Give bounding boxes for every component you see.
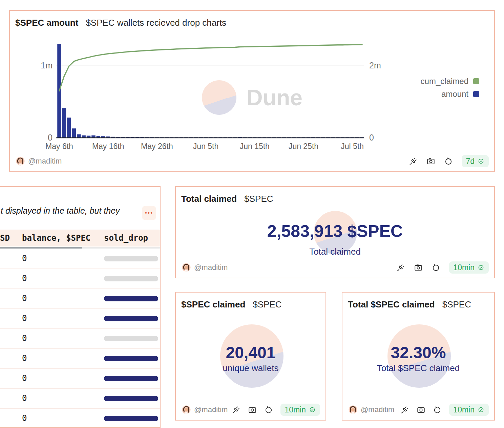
rotate-ccw-icon[interactable] xyxy=(433,405,442,414)
counter-label: unique wallets xyxy=(176,363,326,373)
refresh-badge[interactable]: 10min xyxy=(449,261,489,274)
table-row: 0 xyxy=(0,309,161,329)
author-handle: @maditim xyxy=(194,405,228,414)
svg-text:Jun 5th: Jun 5th xyxy=(193,142,218,151)
author-link[interactable]: @maditim xyxy=(16,157,62,166)
table-rows: 000000000 xyxy=(0,249,161,428)
chart-card: May 6thMay 16thMay 26thJun 5thJun 15thJu… xyxy=(9,10,495,172)
svg-text:1m: 1m xyxy=(41,61,52,70)
svg-text:May 6th: May 6th xyxy=(45,142,73,151)
table-row: 0 xyxy=(0,389,161,409)
author-handle: @maditim xyxy=(361,405,394,414)
column-header-usd: SD xyxy=(0,230,10,247)
refresh-badge[interactable]: 10min xyxy=(280,404,320,416)
author-handle: @maditim xyxy=(28,157,62,166)
sold-drop-bar xyxy=(104,416,158,421)
plug-icon[interactable] xyxy=(232,405,240,414)
verified-seal-icon xyxy=(477,264,485,271)
column-header-sold-drop: sold_drop xyxy=(104,230,148,247)
column-header-balance: balance, $SPEC xyxy=(22,230,90,247)
spec-claimed-card: $SPEC claimed $SPEC 20,401 unique wallet… xyxy=(175,292,326,421)
refresh-interval: 7d xyxy=(466,157,475,166)
total-claimed-card: Total claimed $SPEC 2,583,913 $SPEC Tota… xyxy=(175,186,495,278)
dune-watermark: Dune xyxy=(202,80,302,115)
refresh-interval: 10min xyxy=(453,263,475,272)
svg-text:May 26th: May 26th xyxy=(141,142,173,151)
camera-icon[interactable] xyxy=(426,157,435,166)
balance-cell: 0 xyxy=(22,254,27,263)
horizontal-scrollbar[interactable] xyxy=(0,247,161,249)
balance-cell: 0 xyxy=(22,354,27,363)
legend-label: amount xyxy=(441,89,468,99)
plug-icon[interactable] xyxy=(400,405,409,414)
counter-label: Total $SPEC claimed xyxy=(342,363,494,373)
author-link[interactable]: @maditim xyxy=(182,263,228,272)
svg-text:May 16th: May 16th xyxy=(92,142,124,151)
table-row: 0 xyxy=(0,369,161,389)
plug-icon[interactable] xyxy=(396,263,405,272)
rotate-ccw-icon[interactable] xyxy=(432,263,440,272)
sold-drop-bar xyxy=(104,336,158,341)
verified-seal-icon xyxy=(309,406,316,413)
chart-title: $SPEC amount xyxy=(15,18,78,28)
dune-watermark-text: Dune xyxy=(247,85,302,110)
dune-logo-circle xyxy=(202,80,236,115)
avatar-icon xyxy=(349,405,357,414)
avatar-icon xyxy=(182,263,191,272)
camera-icon[interactable] xyxy=(417,405,425,414)
balance-cell: 0 xyxy=(22,334,27,343)
avatar-icon xyxy=(182,405,191,414)
sold-drop-bar xyxy=(104,356,158,361)
balance-cell: 0 xyxy=(22,413,27,423)
table-row: 0 xyxy=(0,329,161,349)
card-footer: @maditim 10min xyxy=(182,403,320,416)
legend-item-cum_claimed[interactable]: cum_claimed xyxy=(421,77,479,86)
sold-drop-bar xyxy=(104,276,158,281)
legend-swatch xyxy=(473,91,479,97)
chart-subtitle: $SPEC wallets recieved drop charts xyxy=(86,18,226,28)
legend-swatch xyxy=(473,78,479,84)
sold-drop-bar xyxy=(104,376,158,381)
balance-cell: 0 xyxy=(22,373,27,383)
counter-value: 32.30% xyxy=(342,343,494,362)
plug-icon[interactable] xyxy=(409,157,418,166)
sold-drop-bar xyxy=(104,396,158,401)
legend-item-amount[interactable]: amount xyxy=(421,89,479,99)
author-link[interactable]: @maditim xyxy=(182,405,228,414)
table-header-row: SD balance, $SPEC sold_drop xyxy=(0,230,161,247)
card-header: $SPEC claimed $SPEC xyxy=(181,299,282,310)
legend-label: cum_claimed xyxy=(421,77,468,86)
sold-drop-bar xyxy=(104,296,158,301)
balance-cell: 0 xyxy=(22,294,27,303)
balance-cell: 0 xyxy=(22,314,27,323)
refresh-badge[interactable]: 7d xyxy=(462,155,489,167)
card-footer: @maditim 10min xyxy=(182,261,489,274)
card-header: Total $SPEC claimed $SPEC xyxy=(348,299,471,310)
table-note-text: t displayed in the table, but they xyxy=(1,206,120,216)
author-handle: @maditim xyxy=(194,263,228,272)
refresh-interval: 10min xyxy=(285,405,306,414)
table-row: 0 xyxy=(0,289,161,309)
table-row: 0 xyxy=(0,349,161,369)
author-link[interactable]: @maditim xyxy=(349,405,394,414)
scrollbar-thumb[interactable] xyxy=(0,247,82,249)
chart-legend: cum_claimedamount xyxy=(421,77,479,99)
camera-icon[interactable] xyxy=(414,263,423,272)
sold-drop-bar xyxy=(104,316,158,321)
svg-text:Jun 15th: Jun 15th xyxy=(240,142,270,151)
card-header: Total claimed $SPEC xyxy=(181,194,273,204)
svg-text:0: 0 xyxy=(48,133,52,142)
svg-text:Jun 25th: Jun 25th xyxy=(289,142,318,151)
card-title: Total $SPEC claimed xyxy=(348,299,435,310)
rotate-ccw-icon[interactable] xyxy=(264,405,273,414)
card-subtitle: $SPEC xyxy=(253,299,281,310)
total-pct-claimed-card: Total $SPEC claimed $SPEC 32.30% Total $… xyxy=(342,292,495,421)
camera-icon[interactable] xyxy=(248,405,257,414)
rotate-ccw-icon[interactable] xyxy=(444,157,453,166)
svg-text:Jul 5th: Jul 5th xyxy=(341,142,364,151)
card-title: $SPEC claimed xyxy=(181,299,245,310)
sold-drop-bar xyxy=(104,256,158,261)
more-options-button[interactable]: ••• xyxy=(142,206,156,220)
table-row: 0 xyxy=(0,269,161,289)
refresh-badge[interactable]: 10min xyxy=(449,404,489,416)
